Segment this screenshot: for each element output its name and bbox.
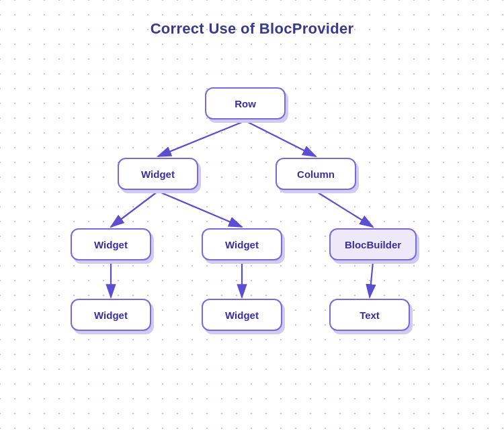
page-title: Correct Use of BlocProvider bbox=[0, 0, 504, 38]
node-label-blocbuilder: BlocBuilder bbox=[345, 239, 401, 250]
node-widget3: Widget bbox=[202, 228, 282, 260]
page-content: Correct Use of BlocProvider RowWidgetCol… bbox=[0, 0, 504, 435]
node-widget5: Widget bbox=[202, 299, 282, 331]
node-column: Column bbox=[276, 158, 356, 190]
arrow-line bbox=[111, 191, 158, 227]
node-label-column: Column bbox=[297, 168, 335, 180]
arrow-line bbox=[245, 121, 316, 156]
node-widget1: Widget bbox=[118, 158, 198, 190]
node-label-widget5: Widget bbox=[225, 309, 259, 321]
arrow-line bbox=[370, 262, 373, 297]
node-row: Row bbox=[205, 87, 286, 119]
node-label-row: Row bbox=[235, 98, 256, 109]
arrow-line bbox=[158, 191, 242, 227]
node-label-widget4: Widget bbox=[94, 309, 128, 321]
node-label-widget2: Widget bbox=[94, 239, 128, 250]
node-label-widget1: Widget bbox=[141, 168, 175, 180]
node-widget4: Widget bbox=[71, 299, 151, 331]
node-text: Text bbox=[329, 299, 410, 331]
node-blocbuilder: BlocBuilder bbox=[329, 228, 417, 260]
node-widget2: Widget bbox=[71, 228, 151, 260]
node-label-widget3: Widget bbox=[225, 239, 259, 250]
arrow-line bbox=[158, 121, 245, 156]
arrow-line bbox=[316, 191, 373, 227]
diagram: RowWidgetColumnWidgetWidgetBlocBuilderWi… bbox=[0, 47, 504, 435]
node-label-text: Text bbox=[360, 309, 380, 321]
